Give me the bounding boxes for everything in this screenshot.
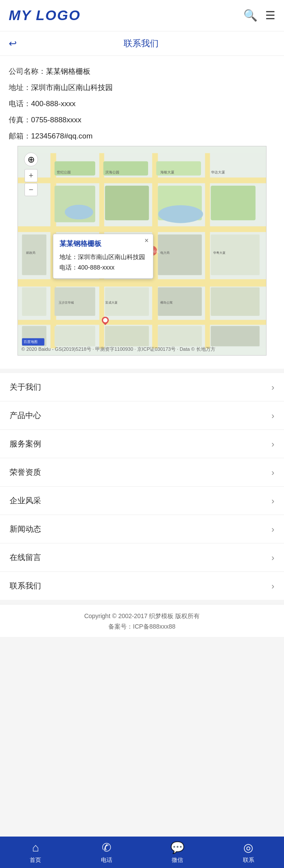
nav-item-about[interactable]: 关于我们 › [0,373,284,401]
bottom-nav-wechat[interactable]: 💬 微信 [142,841,213,864]
svg-text:华达大厦: 华达大厦 [211,170,225,175]
chevron-right-icon: › [271,553,274,563]
phone-value: 400-888-xxxx [31,100,76,108]
popup-title: 某某钢格栅板 [59,239,147,249]
popup-address-row: 地址：深圳市南山区南山科技园 [59,252,147,263]
popup-phone-row: 电话：400-888-xxxx [59,263,147,273]
header-icons: 🔍 ☰ [243,9,275,22]
address-row: 地址：深圳市南山区南山科技园 [9,82,275,94]
chevron-right-icon: › [271,382,274,392]
nav-menu: 关于我们 › 产品中心 › 服务案例 › 荣誉资质 › 企业风采 › 新闻动态 … [0,373,284,600]
svg-text:世纪公园: 世纪公园 [57,170,71,175]
bottom-nav-home-label: 首页 [30,856,41,864]
wechat-icon: 💬 [170,841,184,854]
map-footer-text: © 2020 Baidu - GS(2019)5218号 · 甲测资字11009… [21,346,215,353]
fax-row: 传真：0755-8888xxxx [9,114,275,127]
svg-text:邮政局: 邮政局 [26,251,35,255]
logo: MY LOGO [9,7,81,24]
nav-item-about-label: 关于我们 [10,382,41,392]
nav-item-news[interactable]: 新闻动态 › [0,515,284,543]
company-row: 公司名称：某某钢格栅板 [9,66,275,78]
fax-value: 0755-8888xxxx [31,116,81,124]
svg-rect-21 [22,287,46,316]
svg-rect-29 [158,326,202,347]
email-row: 邮箱：12345678#qq.com [9,130,275,143]
chevron-right-icon: › [271,524,274,534]
map-container[interactable]: 世纪公园 滨海公园 海银大厦 华达大厦 邮政局 健身长廊 复兴城D座 电力局 华… [17,146,267,356]
search-icon[interactable]: 🔍 [243,9,257,22]
svg-point-32 [158,205,203,223]
bottom-nav-wechat-label: 微信 [172,856,183,864]
address-value: 深圳市南山区南山科技园 [31,83,113,92]
popup-phone-value: 400-888-xxxx [78,264,114,271]
compass-button[interactable]: ⊕ [24,152,38,166]
zoom-in-button[interactable]: + [24,169,38,182]
nav-item-messages[interactable]: 在线留言 › [0,543,284,572]
bottom-nav: ⌂ 首页 ✆ 电话 💬 微信 ◎ 联系 [0,837,284,868]
bottom-nav-phone-label: 电话 [101,856,112,864]
svg-text:电力局: 电力局 [160,251,170,255]
nav-item-services[interactable]: 服务案例 › [0,430,284,458]
zoom-out-button[interactable]: − [24,183,38,196]
svg-text:华粤大厦: 华粤大厦 [213,251,225,255]
chevron-right-icon: › [271,467,274,477]
footer-info: Copyright © 2002-2017 织梦模板 版权所有 备案号：ICP备… [0,604,284,637]
popup-close-button[interactable]: × [145,237,149,245]
phone-label: 电话： [9,100,31,108]
contact-icon: ◎ [243,841,253,854]
svg-rect-13 [105,186,149,220]
svg-text:海银大厦: 海银大厦 [160,170,174,175]
svg-text:富成大厦: 富成大厦 [105,301,118,305]
contact-info: 公司名称：某某钢格栅板 地址：深圳市南山区南山科技园 电话：400-888-xx… [0,56,284,369]
svg-text:滨海公园: 滨海公园 [105,170,119,175]
nav-item-products[interactable]: 产品中心 › [0,401,284,430]
svg-text:玉沙京华城: 玉沙京华城 [59,301,74,305]
home-icon: ⌂ [32,841,39,854]
nav-item-contact-label: 联系我们 [10,581,41,591]
nav-item-culture[interactable]: 企业风采 › [0,487,284,515]
popup-address-value: 深圳市南山区南山科技园 [78,253,145,260]
back-icon[interactable]: ↩ [9,38,17,49]
nav-item-messages-label: 在线留言 [10,552,41,563]
footer-copyright: Copyright © 2002-2017 织梦模板 版权所有 [9,612,275,620]
popup-phone-label: 电话： [59,264,78,271]
svg-rect-27 [55,326,95,347]
menu-icon[interactable]: ☰ [265,9,275,22]
email-label: 邮箱： [9,132,31,140]
popup-address-label: 地址： [59,253,78,260]
page-title: 联系我们 [22,38,260,49]
sub-header: ↩ 联系我们 [0,31,284,56]
map-popup: × 某某钢格栅板 地址：深圳市南山区南山科技园 电话：400-888-xxxx [53,234,153,279]
nav-item-products-label: 产品中心 [10,410,41,421]
svg-rect-30 [211,326,260,347]
nav-item-culture-label: 企业风采 [10,495,41,506]
svg-rect-25 [211,287,260,316]
bottom-nav-contact-label: 联系 [243,856,254,864]
icp-label: 备案号： [108,623,133,630]
nav-item-contact[interactable]: 联系我们 › [0,572,284,600]
svg-text:百度地图: 百度地图 [24,340,38,344]
nav-item-news-label: 新闻动态 [10,524,41,534]
phone-icon: ✆ [102,841,111,854]
map-controls: ⊕ + − [24,152,38,196]
svg-rect-8 [205,153,210,349]
svg-rect-28 [105,326,149,347]
phone-row: 电话：400-888-xxxx [9,98,275,111]
bottom-nav-contact[interactable]: ◎ 联系 [213,841,284,864]
bottom-nav-home[interactable]: ⌂ 首页 [0,841,71,864]
chevron-right-icon: › [271,496,274,506]
company-value: 某某钢格栅板 [46,67,90,76]
nav-item-honors[interactable]: 荣誉资质 › [0,458,284,487]
email-value: 12345678#qq.com [31,132,93,140]
svg-point-31 [65,205,93,220]
company-label: 公司名称： [9,67,46,76]
nav-item-honors-label: 荣誉资质 [10,467,41,477]
chevron-right-icon: › [271,439,274,449]
bottom-nav-phone[interactable]: ✆ 电话 [71,841,142,864]
svg-rect-15 [211,186,255,220]
nav-item-services-label: 服务案例 [10,439,41,449]
header: MY LOGO 🔍 ☰ [0,0,284,31]
chevron-right-icon: › [271,581,274,591]
svg-text:椰岛公寓: 椰岛公寓 [160,301,173,305]
address-label: 地址： [9,83,31,92]
